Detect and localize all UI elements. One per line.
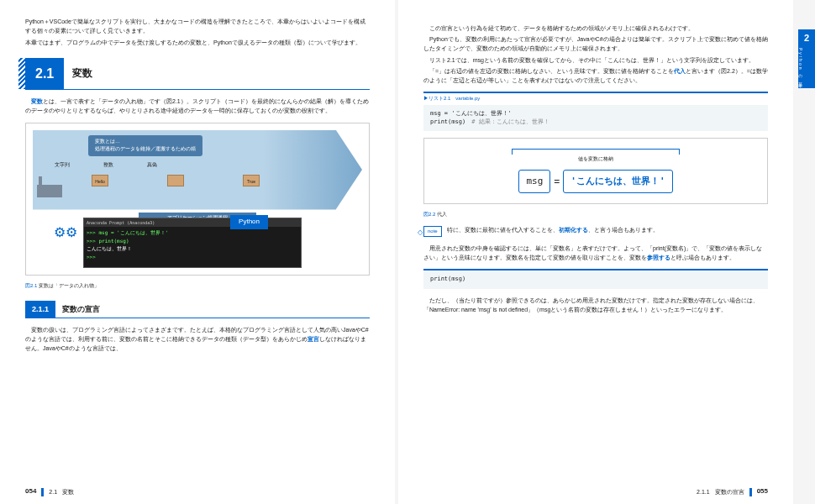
subsection-header: 2.1.1 変数の宣言 [25,301,370,318]
subsection-number: 2.1.1 [25,301,55,318]
highlight-assign: 代入 [674,68,686,74]
assign-label: 値を変数に格納 [441,155,750,164]
gear-icon: ⚙⚙ [54,222,77,244]
note-text: 特に、変数に最初に値を代入することを、初期化する、と言う場合もあります。 [447,226,768,234]
body-text-2: 変数の扱いは、プログラミング言語によってさまざまです。たとえば、本格的なプログラ… [25,325,370,354]
diagram-label: 変数とは…処理過程のデータを維持／運搬するための箱 [88,135,202,156]
figure-caption: 図2.1 変数は「データの入れ物」 [25,282,370,291]
body-text-1: 変数とは、一言で表すと「データの入れ物」です（図2.1）。スクリプト（コード）を… [25,97,370,115]
page-footer-left: 054 2.1 変数 [25,486,74,497]
assign-variable-box: msg [518,170,550,193]
section-title: 変数 [72,66,92,81]
note-box: note 特に、変数に最初に値を代入することを、初期化する、と言う場合もあります… [423,226,768,238]
diagram-conveyor: 変数とは…処理過程のデータを維持／運搬するための箱 文字列 整数 真偽 Hell… [33,130,362,210]
section-number: 2.1 [25,58,64,90]
code-print-msg: print(msg) [423,269,768,288]
listing-2-1: リスト2.1 variable.py msg = 'こんにちは、世界！' pri… [423,92,768,131]
right-body-3: 用意された変数の中身を確認するには、単に「変数名」と表すだけです。よって、「pr… [423,244,768,262]
listing-label: リスト2.1 variable.py [423,93,768,105]
page-right: この宣言という行為を経て初めて、データを格納するための領域がメモリ上に確保される… [398,0,793,504]
terminal-title: Anaconda Prompt (Anaconda3) [84,218,301,227]
forklift-icon [37,172,66,197]
terminal-window: Anaconda Prompt (Anaconda3) >>> msg = 'こ… [83,218,302,268]
chapter-tab: 2 Pythonの基本 [798,29,815,88]
intro-p1: Python＋VSCodeで簡単なスクリプトを実行し、大まかなコードの構造を理解… [25,17,370,35]
diagram-type-labels: 文字列 整数 真偽 [55,161,357,170]
page-left: Python＋VSCodeで簡単なスクリプトを実行し、大まかなコードの構造を理解… [0,0,395,504]
right-body-1: この宣言という行為を経て初めて、データを格納するための領域がメモリ上に確保される… [423,24,768,85]
figure-2-1: 変数とは…処理過程のデータを維持／運搬するための箱 文字列 整数 真偽 Hell… [25,123,370,276]
highlight-declare: 宣言 [308,336,319,342]
right-body-4: ただし、（当たり前ですが）参照できるのは、あらかじめ用意された変数だけです。指定… [423,296,768,314]
code-block: msg = 'こんにちは、世界！' print(msg) # 結果：こんにちは、… [423,105,768,131]
assign-equals: = [554,174,560,190]
box-icon: Hello [92,175,108,186]
box-icon [167,175,184,186]
figure-2-2-caption: 図2.2 代入 [423,211,768,219]
intro-p2: 本章ではまず、プログラムの中でデータを受け渡しするための変数と、Pythonで扱… [25,38,370,47]
box-icon: True [243,175,260,186]
highlight-reference: 参照する [647,255,670,260]
page-footer-right: 2.1.1 変数の宣言 055 [697,486,768,497]
python-badge: Python [230,215,268,229]
note-icon: note [423,226,442,238]
highlight-variable: 変数 [31,98,43,104]
intro-paragraphs: Python＋VSCodeで簡単なスクリプトを実行し、大まかなコードの構造を理解… [25,17,370,48]
terminal-wrapper: ⚙⚙ Python Anaconda Prompt (Anaconda3) >>… [83,218,302,268]
assign-value-box: 'こんにちは、世界！' [563,170,672,193]
section-header: 2.1 変数 [25,58,370,91]
figure-2-2: 値を変数に格納 msg = 'こんにちは、世界！' [423,138,768,204]
subsection-title: 変数の宣言 [62,303,100,315]
